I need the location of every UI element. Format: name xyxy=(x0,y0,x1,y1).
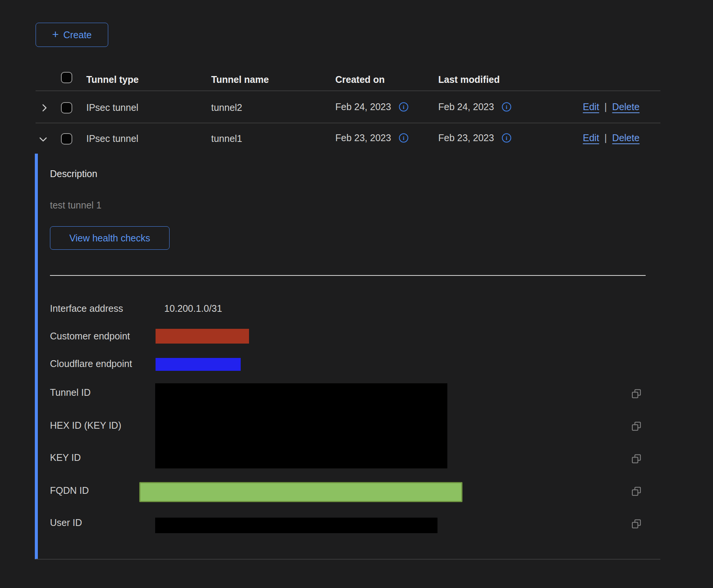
chevron-down-icon[interactable] xyxy=(38,134,48,145)
delete-link[interactable]: Delete xyxy=(612,101,640,112)
info-icon[interactable]: i xyxy=(501,102,512,112)
edit-link[interactable]: Edit xyxy=(583,101,599,112)
cloudflare-endpoint-redacted-value xyxy=(156,358,241,371)
create-button-label: Create xyxy=(63,30,92,40)
customer-endpoint-label: Customer endpoint xyxy=(50,331,130,342)
interface-address-value: 10.200.1.0/31 xyxy=(164,303,222,314)
customer-endpoint-redacted-value xyxy=(156,329,249,344)
column-header-last-modified: Last modified xyxy=(438,74,500,85)
last-modified-cell: Feb 23, 2023 xyxy=(438,132,494,143)
cloudflare-endpoint-label: Cloudflare endpoint xyxy=(50,358,132,369)
copy-icon[interactable] xyxy=(631,421,641,431)
tunnel-type-cell: IPsec tunnel xyxy=(86,133,139,144)
create-button[interactable]: + Create xyxy=(36,23,108,47)
tunnel-name-cell: tunnel1 xyxy=(211,133,242,144)
key-id-label: KEY ID xyxy=(50,452,81,463)
created-on-cell: Feb 24, 2023 xyxy=(335,101,391,112)
svg-text:i: i xyxy=(506,104,508,110)
last-modified-cell: Feb 24, 2023 xyxy=(438,101,494,112)
column-header-created-on: Created on xyxy=(335,74,385,85)
info-icon[interactable]: i xyxy=(399,133,409,143)
view-health-checks-label: View health checks xyxy=(69,233,150,244)
action-separator: | xyxy=(604,132,607,143)
copy-icon[interactable] xyxy=(631,486,641,496)
info-icon[interactable]: i xyxy=(501,133,512,143)
expanded-row-accent-bar xyxy=(35,154,38,559)
hex-id-label: HEX ID (KEY ID) xyxy=(50,420,121,431)
action-separator: | xyxy=(604,101,607,112)
svg-text:i: i xyxy=(403,104,405,110)
tunnel-id-label: Tunnel ID xyxy=(50,387,90,398)
row-divider xyxy=(36,123,660,123)
created-on-cell: Feb 23, 2023 xyxy=(335,132,391,143)
row-checkbox[interactable] xyxy=(61,133,72,145)
column-header-tunnel-name: Tunnel name xyxy=(211,74,269,85)
interface-address-label: Interface address xyxy=(50,303,123,314)
tunnels-page: + Create Tunnel type Tunnel name Created… xyxy=(0,0,713,588)
tunnel-type-cell: IPsec tunnel xyxy=(86,102,139,113)
detail-divider xyxy=(50,275,646,276)
delete-link[interactable]: Delete xyxy=(612,132,640,143)
column-header-tunnel-type: Tunnel type xyxy=(86,74,139,85)
description-label: Description xyxy=(50,168,97,179)
edit-link[interactable]: Edit xyxy=(583,132,599,143)
row-checkbox[interactable] xyxy=(61,102,72,114)
header-divider xyxy=(36,90,660,91)
svg-text:i: i xyxy=(403,135,405,141)
user-id-redacted-value xyxy=(155,518,437,533)
description-value: test tunnel 1 xyxy=(50,200,101,211)
copy-icon[interactable] xyxy=(631,454,641,464)
plus-icon: + xyxy=(52,29,59,40)
copy-icon[interactable] xyxy=(631,389,641,399)
ids-redacted-value xyxy=(155,383,447,468)
select-all-checkbox[interactable] xyxy=(61,72,72,83)
info-icon[interactable]: i xyxy=(399,102,409,112)
copy-icon[interactable] xyxy=(631,519,641,529)
view-health-checks-button[interactable]: View health checks xyxy=(50,226,170,250)
table-bottom-divider xyxy=(36,559,660,560)
tunnel-name-cell: tunnel2 xyxy=(211,102,242,113)
svg-text:i: i xyxy=(506,135,508,141)
user-id-label: User ID xyxy=(50,517,82,528)
fqdn-id-label: FQDN ID xyxy=(50,485,89,496)
chevron-right-icon[interactable] xyxy=(39,103,50,113)
fqdn-id-redacted-value xyxy=(139,482,462,502)
